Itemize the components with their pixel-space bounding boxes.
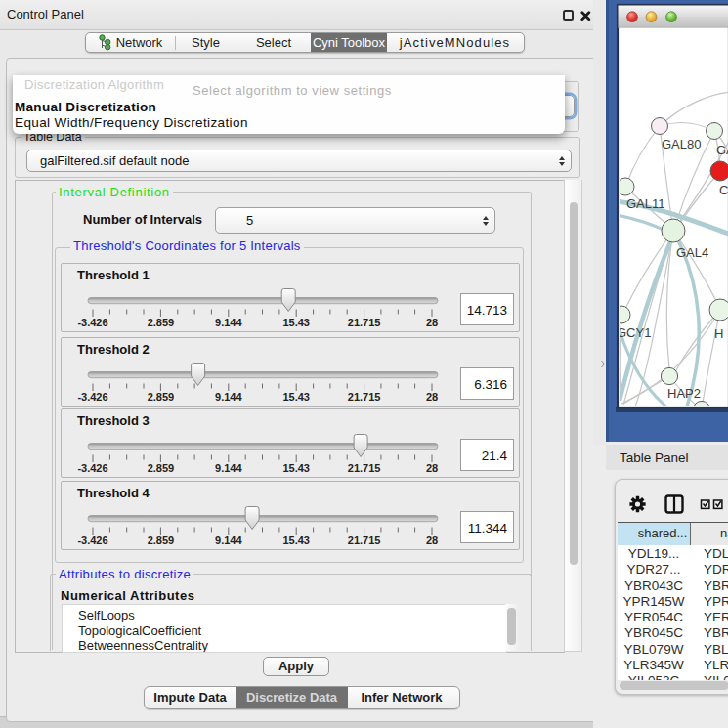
svg-text:2.859: 2.859 [148,391,175,403]
svg-text:9.144: 9.144 [215,462,242,474]
svg-text:GAL4: GAL4 [676,245,708,260]
svg-text:Threshold 4: Threshold 4 [77,486,150,500]
svg-text:15.43: 15.43 [282,535,310,546]
svg-text:9.144: 9.144 [215,317,242,328]
svg-text:-3.426: -3.426 [77,391,107,403]
svg-text:28: 28 [426,535,438,546]
svg-text:HAP2: HAP2 [667,386,701,401]
svg-text:2.859: 2.859 [148,462,175,474]
svg-text:2.859: 2.859 [148,535,175,546]
svg-text:28: 28 [426,317,438,328]
svg-text:-3.426: -3.426 [77,535,107,546]
svg-text:GA: GA [716,143,728,157]
svg-text:-3.426: -3.426 [77,317,107,328]
svg-text:Threshold 2: Threshold 2 [77,342,150,357]
svg-text:15.43: 15.43 [282,462,310,474]
svg-text:Threshold 1: Threshold 1 [77,268,150,282]
svg-text:-3.426: -3.426 [77,462,107,474]
svg-text:15.43: 15.43 [282,317,310,328]
svg-text:28: 28 [426,462,438,474]
svg-text:21.715: 21.715 [348,535,381,546]
svg-text:GCY1: GCY1 [617,325,651,340]
svg-text:21.715: 21.715 [348,462,381,474]
svg-text:C: C [719,183,728,197]
svg-text:21.715: 21.715 [348,391,381,403]
svg-text:9.144: 9.144 [215,391,242,403]
svg-text:21.715: 21.715 [348,317,381,328]
svg-text:28: 28 [426,391,438,403]
svg-text:GAL11: GAL11 [626,196,665,211]
svg-text:GAL80: GAL80 [662,137,701,151]
svg-text:H: H [714,326,723,341]
svg-text:2.859: 2.859 [148,317,175,328]
svg-text:Threshold 3: Threshold 3 [77,413,150,428]
svg-text:9.144: 9.144 [215,535,242,546]
svg-text:15.43: 15.43 [282,391,310,403]
